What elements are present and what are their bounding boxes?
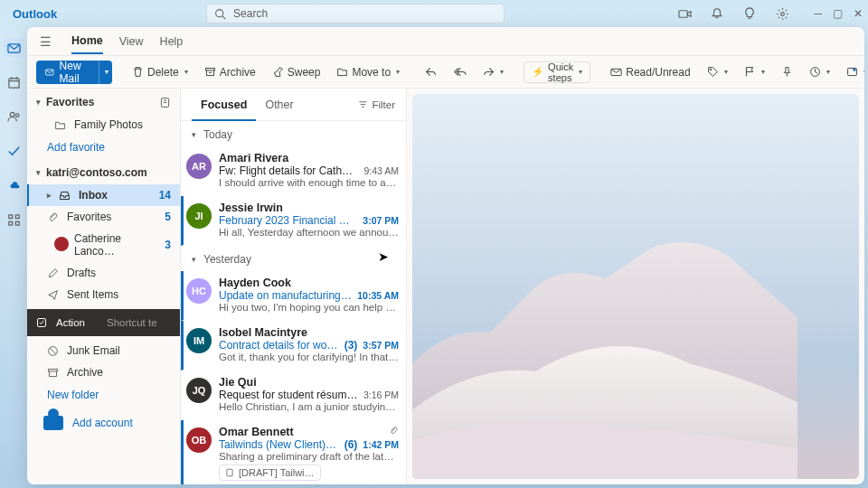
svg-point-4: [781, 12, 785, 15]
archive-label: Archive: [220, 66, 256, 79]
folder-catherine[interactable]: Catherine Lanco… 3: [27, 228, 180, 262]
settings-icon[interactable]: [772, 4, 792, 23]
tips-icon[interactable]: [740, 4, 760, 23]
time: 3:16 PM: [363, 389, 399, 400]
group-today[interactable]: ▾Today: [181, 121, 406, 146]
tab-help[interactable]: Help: [160, 30, 184, 53]
tab-focused[interactable]: Focused: [192, 89, 256, 121]
sender: Jessie Irwin: [219, 202, 283, 214]
rail-cloud-icon[interactable]: [4, 175, 24, 195]
forward-button[interactable]: ▾: [477, 61, 509, 84]
reply-button[interactable]: [420, 61, 442, 84]
readunread-button[interactable]: Read/Unread: [605, 61, 695, 84]
new-mail-button[interactable]: New Mail ▾: [36, 61, 112, 84]
delete-button[interactable]: Delete▾: [127, 61, 193, 84]
folder-inbox[interactable]: ▸ Inbox 14: [27, 184, 180, 206]
rail-people-icon[interactable]: [4, 107, 24, 127]
message-item[interactable]: AR Amari Rivera Fw: Flight details for C…: [181, 146, 406, 196]
close-icon[interactable]: ✕: [854, 7, 863, 20]
svg-rect-2: [679, 10, 687, 17]
tab-view[interactable]: View: [119, 30, 144, 53]
moveto-button[interactable]: Move to▾: [331, 61, 405, 84]
archive-icon: [47, 367, 60, 379]
filter-button[interactable]: Filter: [358, 99, 395, 110]
app-brand: Outlook: [13, 7, 57, 21]
window-controls: ─ ▢ ✕: [814, 7, 863, 20]
flag-button[interactable]: ▾: [739, 61, 770, 84]
quicksteps-button[interactable]: ⚡Quick steps▾: [524, 61, 590, 83]
add-favorite-link[interactable]: Add favorite: [27, 136, 180, 159]
minimize-icon[interactable]: ─: [814, 7, 822, 20]
time: 10:35 AM: [357, 290, 399, 301]
folder-label: Drafts: [67, 267, 96, 279]
background-image: [412, 210, 797, 479]
message-item[interactable]: OB Omar Bennett Tailwinds (New Client) C…: [181, 420, 406, 484]
svg-rect-6: [8, 78, 18, 87]
folder-favorites2[interactable]: Favorites 5: [27, 206, 180, 228]
svg-rect-17: [205, 68, 214, 70]
action-label: Action: [56, 317, 85, 328]
new-folder-link[interactable]: New folder: [27, 383, 180, 407]
favorites-header[interactable]: ▾ Favorites: [27, 89, 180, 114]
new-mail-dropdown[interactable]: ▾: [99, 61, 112, 84]
svg-line-33: [50, 348, 56, 354]
message-item[interactable]: HC Hayden Cook Update on manufacturing p…: [181, 271, 406, 321]
folder-drafts[interactable]: Drafts: [27, 262, 180, 284]
rules-button[interactable]: ▾: [841, 61, 864, 84]
avatar: AR: [186, 154, 212, 179]
time: 3:07 PM: [363, 215, 399, 226]
folder-sent[interactable]: Sent Items: [27, 284, 180, 305]
account-header[interactable]: ▾ katri@contoso.com: [27, 159, 180, 184]
hamburger-icon[interactable]: ☰: [40, 34, 52, 49]
subject: Update on manufacturing plant…: [219, 289, 352, 302]
thread-count: (6): [344, 438, 358, 451]
notifications-icon[interactable]: [707, 4, 727, 23]
subject: Contract details for work on…: [219, 339, 339, 352]
message-item[interactable]: JI Jessie Irwin February 2023 Financial …: [181, 196, 406, 246]
snooze-button[interactable]: ▾: [804, 61, 835, 84]
chevron-down-icon: ▾: [36, 98, 41, 107]
message-item[interactable]: IM Isobel Macintyre Contract details for…: [181, 321, 406, 371]
svg-point-22: [853, 68, 855, 70]
subject: Fw: Flight details for Catherine's gr…: [219, 164, 358, 177]
tag-button[interactable]: ▾: [702, 61, 733, 84]
message-list-header: Focused Other Filter: [181, 89, 406, 121]
app-rail: [0, 27, 27, 230]
svg-rect-12: [8, 214, 12, 218]
tab-other[interactable]: Other: [256, 89, 302, 121]
main-window: ☰ Home View Help New Mail ▾ Delete▾ Arch…: [27, 27, 864, 484]
preview: Got it, thank you for clarifying! In tha…: [219, 352, 399, 362]
draft-label: [DRAFT] Tailwi…: [239, 467, 315, 478]
drafts-icon: [47, 267, 60, 279]
sweep-button[interactable]: Sweep: [267, 61, 326, 84]
pin-button[interactable]: [776, 61, 798, 84]
folder-archive[interactable]: Archive: [27, 361, 180, 383]
notes-icon[interactable]: [159, 97, 171, 108]
rail-apps-icon[interactable]: [4, 210, 24, 230]
add-account-link[interactable]: Add account: [27, 407, 180, 436]
folder-family-photos[interactable]: Family Photos: [27, 114, 180, 136]
archive-button[interactable]: Archive: [199, 61, 261, 84]
rail-calendar-icon[interactable]: [4, 72, 24, 92]
replyall-button[interactable]: [448, 61, 472, 84]
svg-rect-34: [49, 369, 58, 371]
sender: Isobel Macintyre: [219, 326, 307, 339]
avatar: IM: [186, 328, 212, 353]
titlebar-controls: ─ ▢ ✕: [675, 4, 863, 23]
group-yesterday[interactable]: ▾Yesterday: [181, 246, 406, 271]
attachment-icon: [47, 211, 60, 223]
search-box[interactable]: Search: [206, 4, 505, 23]
rail-mail-icon[interactable]: [4, 38, 24, 58]
maximize-icon[interactable]: ▢: [833, 7, 843, 20]
rail-todo-icon[interactable]: [4, 141, 24, 161]
message-item[interactable]: JQ Jie Qui Request for student résumé re…: [181, 371, 406, 420]
meet-icon[interactable]: [675, 4, 694, 23]
draft-chip[interactable]: [DRAFT] Tailwi…: [219, 465, 321, 481]
avatar: JI: [186, 203, 212, 229]
folder-pane: ▾ Favorites Family Photos Add favorite ▾…: [27, 89, 181, 484]
folder-junk[interactable]: Junk Email: [27, 340, 180, 361]
readunread-label: Read/Unread: [626, 66, 690, 79]
message-scroll[interactable]: ▾Today AR Amari Rivera Fw: Flight detail…: [181, 121, 406, 484]
tab-home[interactable]: Home: [71, 29, 103, 54]
svg-point-19: [710, 69, 712, 70]
